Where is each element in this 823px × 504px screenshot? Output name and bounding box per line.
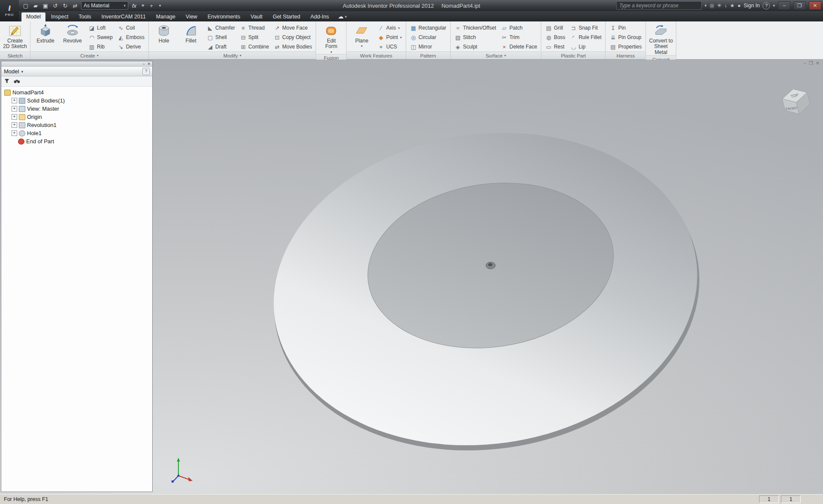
tab-manage[interactable]: Manage [151, 12, 180, 21]
panel-label-plastic-part[interactable]: Plastic Part [541, 51, 605, 59]
thicken-offset-button[interactable]: ≈Thicken/Offset [453, 23, 498, 33]
doc-close-button[interactable]: ✕ [816, 60, 820, 66]
new-file-icon[interactable]: ▢ [21, 2, 30, 10]
tree-item-nomadpart4[interactable]: NomadPart4 [2, 88, 151, 97]
tab-model[interactable]: Model [21, 12, 45, 21]
part-body[interactable] [253, 106, 720, 477]
hole-button[interactable]: Hole [151, 22, 177, 51]
axis-button[interactable]: ∕Axis▾ [376, 23, 403, 33]
panel-label-sketch[interactable]: Sketch [0, 51, 30, 59]
chamfer-button[interactable]: ◣Chamfer [205, 23, 237, 33]
panel-label-modify[interactable]: Modify▾ [149, 51, 316, 59]
tab-vault[interactable]: Vault [246, 12, 267, 21]
panel-label-create[interactable]: Create▾ [30, 51, 148, 59]
tree-item-origin[interactable]: +Origin [2, 113, 151, 121]
delete-face-button[interactable]: ×Delete Face [499, 42, 539, 51]
qat-customize-arrow-icon[interactable]: ▾ [156, 2, 164, 10]
sweep-button[interactable]: ◠Sweep [87, 33, 115, 42]
favorites-icon[interactable]: ★ [730, 3, 735, 9]
close-button[interactable]: ✕ [809, 1, 821, 10]
loft-button[interactable]: ◪Loft [87, 23, 115, 33]
material-combo[interactable]: As Material ▾ [81, 1, 128, 10]
rest-button[interactable]: ▭Rest [543, 42, 567, 51]
pin-button[interactable]: ↧Pin [608, 23, 643, 33]
split-button[interactable]: ⊟Split [238, 33, 271, 42]
doc-restore-button[interactable]: ❒ [809, 60, 813, 66]
boss-button[interactable]: ◍Boss [543, 33, 567, 42]
tab-add-ins[interactable]: Add-Ins [306, 12, 334, 21]
tab-inventorcam-2011[interactable]: InventorCAM 2011 [97, 12, 151, 21]
browser-collapse-icon[interactable]: − [142, 62, 145, 66]
point-button[interactable]: ◆Point▾ [376, 33, 403, 42]
expand-plus-icon[interactable]: + [12, 106, 17, 112]
ucs-button[interactable]: ⌖UCS [376, 42, 403, 51]
fillet-button[interactable]: Fillet [178, 22, 204, 51]
parameters-fx-button[interactable]: fx [130, 3, 139, 9]
grill-button[interactable]: ▤Grill [543, 23, 567, 33]
view-cube[interactable]: TOP FRONT [781, 86, 812, 117]
search-arrow-icon[interactable]: ▾ [705, 3, 707, 8]
inventor-logo[interactable]: I PRO [0, 0, 19, 21]
tab-view[interactable]: View [181, 12, 202, 21]
properties-button[interactable]: ▤Properties [608, 42, 643, 51]
expand-plus-icon[interactable]: + [12, 122, 17, 128]
rule-fillet-button[interactable]: ◜Rule Fillet [568, 33, 603, 42]
patch-button[interactable]: ▱Patch [499, 23, 539, 33]
stitch-button[interactable]: ▧Stitch [453, 33, 498, 42]
combine-button[interactable]: ⊞Combine [238, 42, 271, 51]
create-2d-sketch-button[interactable]: Create 2D Sketch [2, 22, 28, 51]
open-file-icon[interactable]: ▰ [31, 2, 40, 10]
user-icon[interactable]: ● [738, 3, 741, 9]
extrude-button[interactable]: Extrude [33, 22, 58, 51]
measure-icon[interactable]: ⌖ [139, 2, 147, 10]
move-bodies-button[interactable]: ⇄Move Bodies [272, 42, 314, 51]
tree-item-solid-bodies-1[interactable]: +Solid Bodies(1) [2, 97, 151, 105]
tools-icon[interactable]: ✳ [717, 3, 721, 9]
copy-object-button[interactable]: ⊡Copy Object [272, 33, 314, 42]
search-input[interactable] [616, 1, 702, 10]
expand-plus-icon[interactable]: + [12, 130, 17, 136]
thread-button[interactable]: ≡Thread [238, 23, 271, 33]
tree-item-hole1[interactable]: +Hole1 [2, 129, 151, 137]
pin-group-button[interactable]: ⇊Pin Group [608, 33, 643, 42]
tab-tools[interactable]: Tools [74, 12, 96, 21]
panel-label-work-features[interactable]: Work Features [347, 51, 405, 59]
coil-button[interactable]: ∿Coil [116, 23, 146, 33]
maximize-button[interactable]: ❒ [793, 1, 806, 10]
update-icon[interactable]: ⇄ [71, 2, 79, 10]
help-arrow-icon[interactable]: ▾ [773, 3, 775, 8]
download-icon[interactable]: ↓ [724, 3, 727, 9]
draft-button[interactable]: ◢Draft [205, 42, 237, 51]
circular-button[interactable]: ◎Circular [408, 33, 448, 42]
rectangular-button[interactable]: ▦Rectangular [408, 23, 448, 33]
revolve-button[interactable]: Revolve [60, 22, 85, 51]
tree-item-end-of-part[interactable]: End of Part [2, 137, 151, 145]
doc-minimize-button[interactable]: − [803, 60, 806, 66]
tree-item-revolution1[interactable]: +Revolution1 [2, 121, 151, 129]
emboss-button[interactable]: ◭Emboss [116, 33, 146, 42]
move-face-button[interactable]: ↗Move Face [272, 23, 314, 33]
plane-button[interactable]: Plane▾ [349, 22, 374, 51]
rib-button[interactable]: ▥Rib [87, 42, 115, 51]
tab-environments[interactable]: Environments [203, 12, 245, 21]
panel-label-surface[interactable]: Surface▾ [451, 51, 541, 59]
mirror-button[interactable]: ◫Mirror [408, 42, 448, 51]
convert-to-sheet-metal-button[interactable]: Convert to Sheet Metal [648, 22, 674, 55]
snap-fit-button[interactable]: ⊐Snap Fit [568, 23, 603, 33]
cloud-services-tab[interactable]: ☁ ▾ [335, 12, 350, 21]
sculpt-button[interactable]: ◈Sculpt [453, 42, 498, 51]
sign-in-button[interactable]: Sign In [744, 3, 760, 9]
panel-label-pattern[interactable]: Pattern [406, 51, 450, 59]
expand-plus-icon[interactable]: + [12, 98, 17, 103]
panel-label-harness[interactable]: Harness [606, 51, 645, 59]
derive-button[interactable]: ↘Derive [116, 42, 146, 51]
undo-icon[interactable]: ↺ [51, 2, 60, 10]
tab-inspect[interactable]: Inspect [46, 12, 73, 21]
expand-plus-icon[interactable]: + [12, 114, 17, 120]
add-icon[interactable]: + [147, 2, 156, 10]
redo-icon[interactable]: ↻ [61, 2, 69, 10]
browser-close-icon[interactable]: ✕ [147, 62, 151, 66]
shell-button[interactable]: ▢Shell [205, 33, 237, 42]
browser-title-bar[interactable]: Model ▾ ? [1, 67, 152, 76]
filter-icon[interactable] [4, 78, 9, 85]
